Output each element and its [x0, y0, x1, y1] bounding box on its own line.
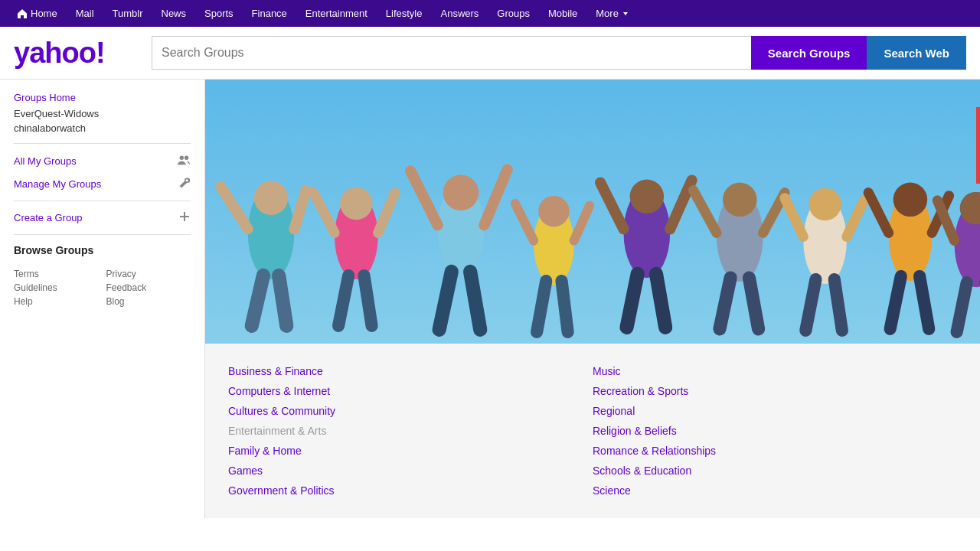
- search-input[interactable]: [152, 36, 751, 70]
- nav-tumblr[interactable]: Tumblr: [103, 0, 152, 27]
- browse-col-left: Business & FinanceComputers & InternetCu…: [228, 362, 593, 500]
- header: yahoo! Search Groups Search Web: [0, 27, 980, 80]
- browse-left-item-6[interactable]: Government & Politics: [228, 481, 593, 500]
- footer-terms[interactable]: Terms: [14, 269, 99, 279]
- svg-point-22: [538, 196, 569, 227]
- svg-line-44: [835, 279, 842, 331]
- home-icon: [17, 8, 28, 19]
- svg-line-8: [279, 276, 286, 326]
- browse-left-item-1[interactable]: Computers & Internet: [228, 382, 593, 400]
- nav-entertainment[interactable]: Entertainment: [296, 0, 377, 27]
- svg-point-46: [893, 183, 928, 217]
- svg-line-38: [749, 278, 758, 329]
- hero-image: [205, 80, 980, 344]
- sidebar-divider-1: [14, 143, 191, 144]
- manage-my-groups-row: Manage My Groups: [14, 177, 191, 191]
- browse-right-item-6[interactable]: Science: [593, 481, 957, 500]
- footer-feedback[interactable]: Feedback: [106, 282, 191, 293]
- search-groups-button[interactable]: Search Groups: [751, 36, 867, 70]
- wrench-icon: [178, 177, 191, 191]
- svg-point-4: [254, 181, 289, 216]
- nav-sports[interactable]: Sports: [195, 0, 243, 27]
- nav-more[interactable]: More: [586, 0, 639, 27]
- sidebar-divider-2: [14, 201, 191, 201]
- svg-point-40: [808, 188, 841, 221]
- nav-news[interactable]: News: [152, 0, 196, 27]
- plus-icon: [178, 210, 191, 225]
- svg-point-10: [340, 187, 373, 220]
- content-area: Business & FinanceComputers & InternetCu…: [205, 80, 980, 518]
- footer-blog[interactable]: Blog: [106, 296, 191, 307]
- nav-groups[interactable]: Groups: [488, 0, 539, 27]
- sidebar-divider-3: [14, 234, 191, 235]
- nav-answers[interactable]: Answers: [431, 0, 488, 27]
- browse-right-item-4[interactable]: Romance & Relationships: [593, 442, 957, 460]
- browse-left-item-5[interactable]: Games: [228, 461, 593, 480]
- nav-home[interactable]: Home: [8, 0, 67, 27]
- footer-privacy[interactable]: Privacy: [106, 269, 191, 279]
- browse-section: Business & FinanceComputers & InternetCu…: [205, 344, 980, 518]
- browse-groups-title: Browse Groups: [14, 244, 191, 256]
- nav-mobile[interactable]: Mobile: [539, 0, 586, 27]
- nav-home-label: Home: [31, 0, 57, 27]
- browse-left-item-4[interactable]: Family & Home: [228, 442, 593, 460]
- main-content: Groups Home EverQuest-Widows chinalaborw…: [0, 80, 980, 518]
- groups-icon: [177, 153, 191, 169]
- yahoo-logo: yahoo!: [14, 38, 136, 67]
- svg-point-0: [180, 156, 184, 160]
- browse-left-item-3: Entertainment & Arts: [228, 422, 593, 440]
- browse-right-item-1[interactable]: Recreation & Sports: [593, 382, 957, 400]
- svg-line-32: [656, 274, 665, 328]
- svg-point-34: [723, 183, 757, 217]
- create-group-link[interactable]: Create a Group: [14, 212, 83, 223]
- nav-mail[interactable]: Mail: [67, 0, 103, 27]
- top-nav: Home Mail Tumblr News Sports Finance Ent…: [0, 0, 980, 27]
- search-web-button[interactable]: Search Web: [867, 36, 966, 70]
- nav-finance[interactable]: Finance: [243, 0, 296, 27]
- search-bar: Search Groups Search Web: [152, 36, 966, 70]
- scrollbar-accent: [976, 107, 980, 184]
- chevron-down-icon: [622, 10, 629, 18]
- browse-left-item-0[interactable]: Business & Finance: [228, 362, 593, 380]
- browse-col-right: MusicRecreation & SportsRegionalReligion…: [593, 362, 957, 500]
- sidebar-group-everquest[interactable]: EverQuest-Widows: [14, 108, 191, 119]
- svg-point-28: [630, 180, 665, 214]
- footer-help[interactable]: Help: [14, 296, 99, 307]
- svg-line-26: [562, 281, 568, 332]
- nav-lifestyle[interactable]: Lifestyle: [377, 0, 432, 27]
- browse-right-item-5[interactable]: Schools & Education: [593, 461, 957, 480]
- sidebar: Groups Home EverQuest-Widows chinalaborw…: [0, 80, 205, 518]
- browse-grid: Business & FinanceComputers & InternetCu…: [228, 362, 957, 500]
- browse-right-item-0[interactable]: Music: [593, 362, 957, 380]
- svg-point-1: [185, 156, 188, 160]
- footer-links: Terms Privacy Guidelines Feedback Help B…: [14, 269, 191, 307]
- manage-my-groups-link[interactable]: Manage My Groups: [14, 178, 101, 190]
- hero-svg: [205, 80, 980, 344]
- svg-line-14: [364, 276, 371, 326]
- svg-line-20: [470, 272, 480, 330]
- browse-left-item-2[interactable]: Cultures & Community: [228, 402, 593, 420]
- svg-point-16: [443, 174, 479, 210]
- all-my-groups-row: All My Groups: [14, 153, 191, 169]
- footer-guidelines[interactable]: Guidelines: [14, 282, 99, 293]
- create-group-row: Create a Group: [14, 210, 191, 225]
- browse-right-item-2[interactable]: Regional: [593, 402, 957, 420]
- sidebar-groups-home[interactable]: Groups Home: [14, 92, 191, 103]
- all-my-groups-link[interactable]: All My Groups: [14, 155, 77, 167]
- sidebar-group-chinalabor[interactable]: chinalaborwatch: [14, 122, 191, 134]
- browse-right-item-3[interactable]: Religion & Beliefs: [593, 422, 957, 440]
